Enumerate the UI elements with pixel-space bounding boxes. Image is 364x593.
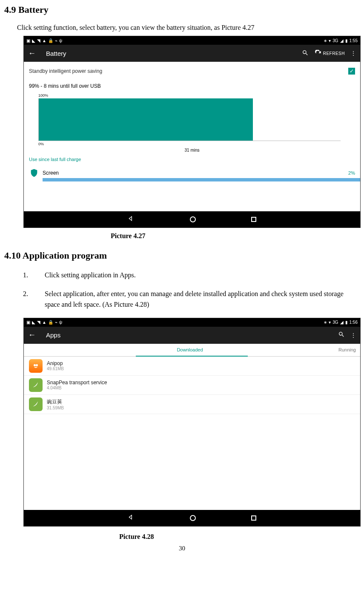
section-4-9-heading: 4.9 Battery — [4, 4, 360, 15]
app-row-anipop[interactable]: Anipop 49.61MB — [24, 357, 360, 376]
status-bar: ▣ ◣ ◥ ▲ 🔒 ⌁ ψ ∗ ▾ 3G ◢ ▮ 1:56 — [24, 318, 360, 327]
overflow-menu-button[interactable]: ⋮ — [351, 332, 356, 338]
notification-icon: ▣ — [26, 320, 30, 325]
nav-recent-button[interactable] — [251, 515, 256, 521]
battery-status-text: 99% - 8 mins until full over USB — [24, 81, 360, 92]
standby-label: Standby intelligent power saving — [29, 68, 102, 74]
network-3g-label: 3G — [332, 320, 338, 325]
tab-running[interactable]: Running — [245, 344, 360, 356]
back-button[interactable]: ← — [28, 331, 36, 340]
usb-icon: ψ — [59, 38, 62, 43]
nav-back-button[interactable] — [128, 514, 135, 522]
notification-icon: ◣ — [32, 38, 35, 43]
section-4-10-heading: 4.10 Application program — [4, 250, 360, 261]
app-size: 31.59MB — [47, 406, 64, 410]
refresh-button[interactable]: REFRESH — [315, 50, 345, 57]
chart-y-min: 0% — [38, 142, 341, 146]
notification-icon: ▣ — [26, 38, 30, 43]
chart-x-label: 31 mins — [24, 147, 360, 153]
tab-indicator — [136, 356, 248, 357]
chart-y-max: 100% — [38, 93, 341, 98]
battery-chart[interactable]: 100% 0% — [24, 92, 360, 147]
use-since-label: Use since last full charge — [24, 153, 360, 166]
status-left-icons: ▣ ◣ ◥ ▲ 🔒 ⌁ ψ — [26, 38, 62, 43]
nav-home-button[interactable] — [190, 515, 196, 521]
refresh-icon — [315, 50, 321, 57]
apps-action-bar: ← Apps ⋮ — [24, 327, 360, 344]
battery-icon: ▮ — [345, 38, 348, 43]
lock-icon: 🔒 — [48, 38, 53, 43]
section-4-9-body: Click setting function, select battery, … — [17, 24, 360, 32]
clock-time: 1:55 — [350, 38, 358, 43]
search-icon — [338, 331, 345, 338]
usb-icon: ψ — [59, 320, 62, 325]
screen-usage-row[interactable]: Screen 2% — [24, 166, 360, 178]
navigation-bar — [24, 510, 360, 526]
app-size: 49.61MB — [47, 366, 64, 371]
tab-downloaded[interactable]: Downloaded — [135, 344, 245, 356]
status-left-icons: ▣ ◣ ◥ ▲ 🔒 ⌁ ψ — [26, 320, 62, 325]
search-button[interactable] — [338, 331, 345, 339]
screen-usage-bar — [43, 178, 360, 181]
app-row-wandoujia[interactable]: 豌豆荚 31.59MB — [24, 395, 360, 414]
standby-power-saving-row[interactable]: Standby intelligent power saving ✓ — [24, 62, 360, 81]
screen-title: Apps — [46, 331, 338, 339]
apps-screenshot: ▣ ◣ ◥ ▲ 🔒 ⌁ ψ ∗ ▾ 3G ◢ ▮ 1:56 ← Apps ⋮ — [23, 318, 361, 527]
nav-home-button[interactable] — [190, 216, 196, 222]
standby-checkbox[interactable]: ✓ — [348, 68, 355, 75]
network-3g-label: 3G — [332, 38, 338, 43]
status-bar: ▣ ◣ ◥ ▲ 🔒 ⌁ ψ ∗ ▾ 3G ◢ ▮ 1:55 — [24, 36, 360, 45]
svg-point-1 — [36, 364, 38, 366]
blank-area — [24, 181, 360, 211]
list-item-2: Select application, after enter, you can… — [30, 288, 360, 310]
blank-area — [24, 414, 360, 510]
signal-icon: ◢ — [340, 320, 344, 325]
screen-usage-pct: 2% — [348, 170, 355, 176]
bug-icon: ⌁ — [55, 38, 57, 43]
app-name: SnapPea transport service — [47, 380, 107, 386]
bug-icon: ⌁ — [55, 320, 57, 325]
battery-screenshot: ▣ ◣ ◥ ▲ 🔒 ⌁ ψ ∗ ▾ 3G ◢ ▮ 1:55 ← Battery … — [23, 36, 361, 228]
battery-action-bar: ← Battery REFRESH ⋮ — [24, 45, 360, 62]
app-icon — [29, 378, 43, 392]
notification-icon: ◣ — [32, 320, 35, 325]
clock-time: 1:56 — [350, 320, 358, 325]
caption-4-28: Picture 4.28 — [119, 533, 360, 541]
notification-icon: ◥ — [37, 320, 40, 325]
overflow-menu-button[interactable]: ⋮ — [351, 50, 356, 56]
refresh-label: REFRESH — [323, 51, 345, 56]
caption-4-27: Picture 4.27 — [111, 232, 360, 240]
app-name: Anipop — [47, 360, 64, 366]
apps-tabs: Downloaded Running — [24, 344, 360, 357]
app-size: 4.04MB — [47, 386, 107, 390]
screen-title: Battery — [46, 50, 302, 57]
warning-icon: ▲ — [42, 38, 46, 43]
navigation-bar — [24, 211, 360, 227]
app-icon — [29, 359, 43, 373]
section-4-10-list: Click setting application in Apps. Selec… — [30, 270, 360, 310]
app-name: 豌豆荚 — [47, 398, 64, 406]
nav-back-button[interactable] — [128, 215, 135, 224]
bluetooth-icon: ∗ — [324, 38, 327, 43]
screen-usage-label: Screen — [43, 170, 348, 176]
app-row-snappea[interactable]: SnapPea transport service 4.04MB — [24, 376, 360, 395]
app-icon — [29, 397, 43, 411]
warning-icon: ▲ — [42, 320, 46, 325]
svg-point-0 — [34, 364, 36, 366]
lock-icon: 🔒 — [48, 320, 53, 325]
status-right-icons: ∗ ▾ 3G ◢ ▮ 1:55 — [324, 38, 358, 43]
signal-icon: ◢ — [340, 38, 344, 43]
wifi-icon: ▾ — [329, 320, 331, 325]
notification-icon: ◥ — [37, 38, 40, 43]
bluetooth-icon: ∗ — [324, 320, 327, 325]
screen-icon — [29, 168, 39, 178]
search-icon — [302, 49, 309, 56]
nav-recent-button[interactable] — [251, 217, 256, 222]
wifi-icon: ▾ — [329, 38, 331, 43]
tab-placeholder-left[interactable] — [24, 344, 135, 356]
chart-plot-area — [38, 98, 341, 141]
list-item-1: Click setting application in Apps. — [30, 270, 360, 281]
back-button[interactable]: ← — [28, 49, 36, 58]
status-right-icons: ∗ ▾ 3G ◢ ▮ 1:56 — [324, 320, 358, 325]
search-button[interactable] — [302, 49, 309, 58]
